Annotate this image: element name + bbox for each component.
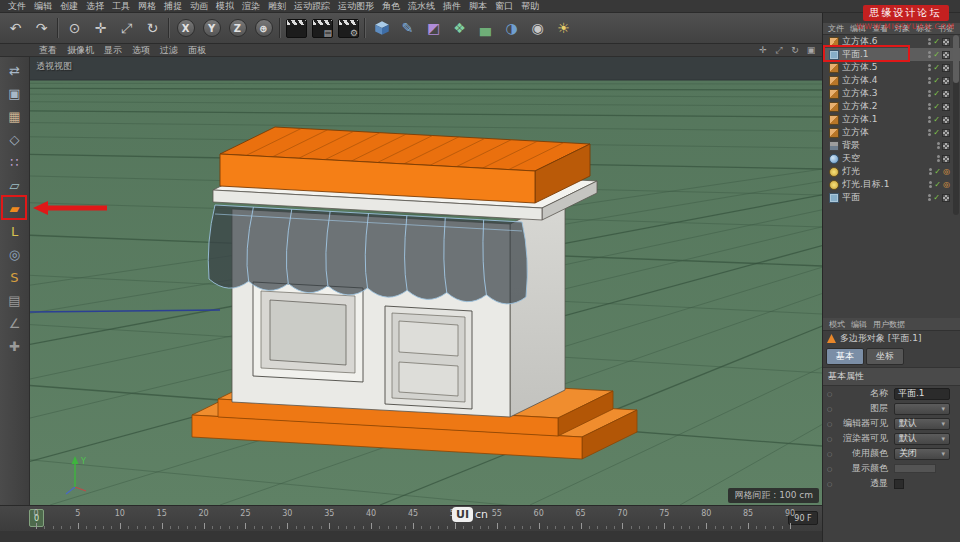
tool-enable-quantizing[interactable]: ∠ — [3, 312, 27, 335]
menubar-item[interactable]: 角色 — [378, 0, 404, 13]
visibility-dots[interactable] — [937, 142, 940, 149]
menubar-item[interactable]: 流水线 — [404, 0, 439, 13]
visibility-dots[interactable] — [929, 168, 932, 175]
enable-check-icon[interactable]: ✓ — [933, 38, 940, 46]
toolbar-lock-x-axis[interactable]: X — [173, 15, 198, 41]
keyframe-dot-icon[interactable]: ○ — [827, 450, 836, 457]
am-menu-item[interactable]: 模式 — [826, 319, 848, 330]
keyframe-dot-icon[interactable]: ○ — [827, 420, 836, 427]
viewport-menu-item[interactable]: 过滤 — [155, 44, 183, 57]
toolbar-move[interactable]: ✛ — [88, 15, 113, 41]
target-tag-icon[interactable]: ◎ — [943, 181, 950, 189]
enable-check-icon[interactable]: ✓ — [933, 194, 940, 202]
target-tag-icon[interactable]: ◎ — [943, 168, 950, 176]
texture-tag-icon[interactable] — [942, 77, 950, 85]
perspective-viewport[interactable]: Y 透视视图 网格间距 : 100 cm — [30, 57, 822, 505]
menubar-item[interactable]: 渲染 — [238, 0, 264, 13]
texture-tag-icon[interactable] — [942, 155, 950, 163]
toolbar-undo[interactable]: ↶ — [3, 15, 28, 41]
menubar-item[interactable]: 雕刻 — [264, 0, 290, 13]
tool-make-editable[interactable]: ⇄ — [3, 59, 27, 82]
texture-tag-icon[interactable] — [942, 38, 950, 46]
attr-select-layer[interactable]: ▾ — [894, 403, 950, 415]
texture-tag-icon[interactable] — [942, 90, 950, 98]
visibility-dots[interactable] — [928, 64, 931, 71]
visibility-dots[interactable] — [928, 103, 931, 110]
attr-color-swatch[interactable] — [894, 464, 936, 473]
am-menu-item[interactable]: 用户数据 — [870, 319, 908, 330]
attr-select-use-color[interactable]: 关闭▾ — [894, 448, 950, 460]
visibility-dots[interactable] — [929, 181, 932, 188]
texture-tag-icon[interactable] — [942, 116, 950, 124]
object-row[interactable]: 立方体.5✓ — [823, 61, 960, 74]
object-name[interactable]: 立方体.3 — [842, 87, 878, 100]
object-row[interactable]: 立方体.3✓ — [823, 87, 960, 100]
toolbar-add-camera[interactable]: ◉ — [525, 15, 550, 41]
menubar-item[interactable]: 模拟 — [212, 0, 238, 13]
toolbar-lock-z-axis[interactable]: Z — [225, 15, 250, 41]
toolbar-coordinate-system[interactable]: ⊕ — [251, 15, 276, 41]
enable-check-icon[interactable]: ✓ — [933, 129, 940, 137]
object-row[interactable]: 背景 — [823, 139, 960, 152]
menubar-item[interactable]: 创建 — [56, 0, 82, 13]
3d-scene[interactable]: Y — [30, 57, 822, 505]
texture-tag-icon[interactable] — [942, 51, 950, 59]
am-menu-item[interactable]: 编辑 — [848, 319, 870, 330]
menubar-item[interactable]: 插件 — [439, 0, 465, 13]
enable-check-icon[interactable]: ✓ — [933, 51, 940, 59]
object-row[interactable]: 立方体.4✓ — [823, 74, 960, 87]
visibility-dots[interactable] — [928, 129, 931, 136]
tool-texture-mode[interactable]: ▦ — [3, 105, 27, 128]
tool-lock-workplane[interactable]: ▤ — [3, 289, 27, 312]
menubar-item[interactable]: 运动跟踪 — [290, 0, 334, 13]
attr-input-name[interactable]: 平面.1 — [894, 388, 950, 400]
toolbar-rotate[interactable]: ↻ — [140, 15, 165, 41]
texture-tag-icon[interactable] — [942, 194, 950, 202]
menubar-item[interactable]: 运动图形 — [334, 0, 378, 13]
texture-tag-icon[interactable] — [942, 142, 950, 150]
keyframe-dot-icon[interactable]: ○ — [827, 405, 836, 412]
menubar-item[interactable]: 网格 — [134, 0, 160, 13]
toolbar-add-sky[interactable]: ◑ — [499, 15, 524, 41]
visibility-dots[interactable] — [928, 90, 931, 97]
tool-points-mode[interactable]: ∷ — [3, 151, 27, 174]
object-name[interactable]: 立方体.5 — [842, 61, 878, 74]
viewport-menu-item[interactable]: 查看 — [34, 44, 62, 57]
object-name[interactable]: 立方体.1 — [842, 113, 878, 126]
menubar-item[interactable]: 捕捉 — [160, 0, 186, 13]
attr-tab-坐标[interactable]: 坐标 — [866, 348, 904, 365]
toolbar-add-cube-primitive[interactable] — [369, 15, 394, 41]
object-name[interactable]: 平面.1 — [842, 48, 869, 61]
toolbar-add-subdivision-surface[interactable]: ◩ — [421, 15, 446, 41]
tool-polygons-mode[interactable]: ▰ — [3, 197, 27, 220]
enable-check-icon[interactable]: ✓ — [933, 90, 940, 98]
viewport-menu-item[interactable]: 选项 — [127, 44, 155, 57]
viewport-nav-pan-icon[interactable]: ✛ — [757, 45, 769, 56]
viewport-nav-zoom-icon[interactable]: ⤢ — [773, 45, 785, 56]
viewport-menu-item[interactable]: 面板 — [183, 44, 211, 57]
object-row[interactable]: 立方体✓ — [823, 126, 960, 139]
attr-tab-基本[interactable]: 基本 — [826, 348, 864, 365]
viewport-menu-item[interactable]: 显示 — [99, 44, 127, 57]
visibility-dots[interactable] — [928, 51, 931, 58]
toolbar-add-spline[interactable]: ✎ — [395, 15, 420, 41]
menubar-item[interactable]: 动画 — [186, 0, 212, 13]
tool-modeling-settings[interactable]: ✚ — [3, 335, 27, 358]
enable-check-icon[interactable]: ✓ — [934, 168, 941, 176]
tool-model-mode[interactable]: ▣ — [3, 82, 27, 105]
texture-tag-icon[interactable] — [942, 64, 950, 72]
visibility-dots[interactable] — [928, 116, 931, 123]
object-name[interactable]: 平面 — [842, 191, 860, 204]
toolbar-add-floor[interactable]: ▄ — [473, 15, 498, 41]
tool-enable-axis[interactable]: L — [3, 220, 27, 243]
scrollbar-thumb[interactable] — [953, 35, 959, 83]
keyframe-dot-icon[interactable]: ○ — [827, 435, 836, 442]
attr-select-editor-visibility[interactable]: 默认▾ — [894, 418, 950, 430]
tool-enable-snap[interactable]: S — [3, 266, 27, 289]
viewport-nav-rotate-icon[interactable]: ↻ — [789, 45, 801, 56]
menubar-item[interactable]: 窗口 — [491, 0, 517, 13]
menubar-item[interactable]: 工具 — [108, 0, 134, 13]
object-row[interactable]: 立方体.2✓ — [823, 100, 960, 113]
enable-check-icon[interactable]: ✓ — [933, 103, 940, 111]
object-row[interactable]: 天空 — [823, 152, 960, 165]
